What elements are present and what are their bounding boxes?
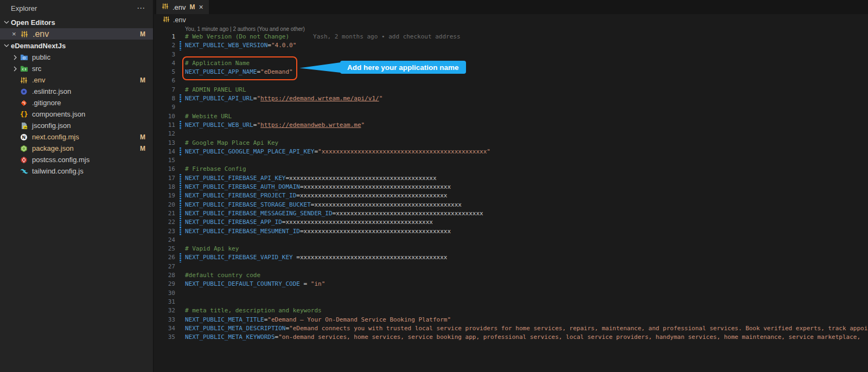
tree-item-eslintrc[interactable]: .eslintrc.json — [0, 86, 153, 97]
open-editors-section-header[interactable]: Open Editors — [0, 16, 153, 28]
views-more-actions-icon[interactable]: ⋯ — [137, 3, 145, 13]
tree-item-gitignore[interactable]: .gitignore — [0, 97, 153, 108]
code-line-1[interactable]: 1# Web Version (Do not Change)Yash, 2 mo… — [154, 33, 868, 41]
code-line-35[interactable]: 35NEXT_PUBLIC_META_KEYWORDS="on-demand s… — [154, 333, 868, 342]
gutter-modified-indicator — [180, 50, 181, 59]
gutter-modified-indicator — [180, 227, 181, 236]
tree-item-package-json[interactable]: package.json M — [0, 143, 153, 154]
code-line-20[interactable]: 20NEXT_PUBLIC_FIREBASE_STORAGE_BUCKET=xx… — [154, 201, 868, 209]
tab-close-icon[interactable]: × — [199, 3, 203, 11]
line-number: 9 — [154, 103, 175, 112]
braces-icon: {} — [20, 111, 29, 118]
svg-text:JS: JS — [24, 126, 27, 129]
code-line-17[interactable]: 17NEXT_PUBLIC_FIREBASE_API_KEY=xxxxxxxxx… — [154, 174, 868, 183]
line-number: 5 — [154, 68, 175, 76]
tree-item-components-json[interactable]: {} components.json — [0, 108, 153, 120]
code-line-2[interactable]: 2NEXT_PUBLIC_WEB_VERSION="4.0.0" — [154, 41, 868, 50]
code-line-34[interactable]: 34NEXT_PUBLIC_META_DESCRIPTION="eDemand … — [154, 324, 868, 333]
code-line-11[interactable]: 11NEXT_PUBLIC_WEB_URL="https://edemandwe… — [154, 121, 868, 130]
tree-item-jsconfig[interactable]: JS jsconfig.json — [0, 120, 153, 131]
line-number: 35 — [154, 333, 175, 342]
line-number: 22 — [154, 218, 175, 227]
gutter-modified-indicator — [180, 130, 181, 138]
gitlens-authors-codelens[interactable]: You, 1 minute ago | 2 authors (You and o… — [154, 26, 868, 33]
line-number: 10 — [154, 112, 175, 121]
line-number: 33 — [154, 316, 175, 324]
gutter-modified-indicator — [180, 41, 181, 50]
code-line-28[interactable]: 28#default country code — [154, 271, 868, 280]
tree-item-public[interactable]: public — [0, 52, 153, 63]
gutter-modified-indicator — [180, 218, 181, 227]
code-line-7[interactable]: 7# ADMIN PANEL URL — [154, 86, 868, 94]
git-icon — [20, 99, 29, 107]
project-folder-header[interactable]: eDemandNextJs — [0, 40, 153, 52]
code-line-13[interactable]: 13# Google Map Place Api Key — [154, 139, 868, 147]
breadcrumb-file[interactable]: .env — [173, 16, 186, 24]
tree-item-src[interactable]: src — [0, 63, 153, 74]
code-line-3[interactable]: 3 — [154, 50, 868, 59]
gutter-modified-indicator — [180, 280, 181, 288]
eslint-icon — [20, 88, 29, 95]
tree-item-next-config[interactable]: N next.config.mjs M — [0, 131, 153, 143]
svg-text:N: N — [22, 134, 25, 140]
close-icon[interactable]: × — [12, 30, 21, 38]
chevron-down-icon — [2, 18, 11, 27]
code-line-12[interactable]: 12 — [154, 130, 868, 138]
line-number: 3 — [154, 50, 175, 59]
code-editor[interactable]: You, 1 minute ago | 2 authors (You and o… — [154, 26, 868, 372]
gutter-modified-indicator — [180, 59, 181, 68]
tab-env[interactable]: .env M × — [156, 0, 209, 14]
code-line-15[interactable]: 15 — [154, 156, 868, 165]
modified-badge: M — [140, 133, 145, 141]
code-line-32[interactable]: 32# meta title, description and keywords — [154, 306, 868, 315]
line-number: 19 — [154, 191, 175, 200]
env-sliders-icon — [162, 3, 169, 11]
code-line-29[interactable]: 29NEXT_PUBLIC_DEFAULT_COUNTRY_CODE = "in… — [154, 280, 868, 288]
code-line-22[interactable]: 22NEXT_PUBLIC_FIREBASE_APP_ID=xxxxxxxxxx… — [154, 218, 868, 227]
code-line-8[interactable]: 8NEXT_PUBLIC_API_URL="https://edemand.wr… — [154, 94, 868, 103]
code-line-19[interactable]: 19NEXT_PUBLIC_FIREBASE_PROJECT_ID=xxxxxx… — [154, 191, 868, 200]
tree-item-tailwind-config[interactable]: tailwind.config.js — [0, 165, 153, 177]
line-number: 31 — [154, 298, 175, 306]
open-editor-item-env[interactable]: × .env M — [0, 28, 153, 40]
code-line-25[interactable]: 25# Vapid Api key — [154, 245, 868, 253]
line-number: 2 — [154, 41, 175, 50]
code-line-33[interactable]: 33NEXT_PUBLIC_META_TITLE="eDemand – Your… — [154, 316, 868, 324]
code-line-24[interactable]: 24 — [154, 236, 868, 245]
code-line-27[interactable]: 27 — [154, 262, 868, 271]
gutter-modified-indicator — [180, 245, 181, 253]
code-line-23[interactable]: 23NEXT_PUBLIC_FIREBASE_MESUMENT_ID=xxxxx… — [154, 227, 868, 236]
code-line-30[interactable]: 30 — [154, 289, 868, 298]
line-number: 25 — [154, 245, 175, 253]
code-lines: 1# Web Version (Do not Change)Yash, 2 mo… — [154, 33, 868, 342]
line-number: 6 — [154, 76, 175, 85]
callout-text: Add here your application name — [347, 63, 459, 72]
tab-label: .env — [173, 3, 186, 11]
code-line-9[interactable]: 9 — [154, 103, 868, 112]
line-number: 4 — [154, 59, 175, 68]
code-line-26[interactable]: 26NEXT_PUBLIC_FIREBASE_VAPID_KEY =xxxxxx… — [154, 253, 868, 262]
line-number: 30 — [154, 289, 175, 298]
gutter-modified-indicator — [180, 201, 181, 209]
code-line-10[interactable]: 10# Website URL — [154, 112, 868, 121]
line-number: 24 — [154, 236, 175, 245]
tailwind-icon — [20, 169, 29, 174]
line-number: 11 — [154, 121, 175, 130]
chevron-right-icon — [11, 65, 20, 73]
breadcrumb[interactable]: .env — [154, 14, 868, 26]
code-line-31[interactable]: 31 — [154, 298, 868, 306]
code-line-6[interactable]: 6 — [154, 76, 868, 85]
postcss-icon — [20, 156, 29, 164]
gutter-modified-indicator — [180, 112, 181, 121]
code-line-5[interactable]: 5NEXT_PUBLIC_APP_NAME="eDemand" — [154, 68, 868, 76]
gutter-modified-indicator — [180, 253, 181, 262]
line-number: 7 — [154, 86, 175, 94]
code-line-14[interactable]: 14NEXT_PUBLIC_GOOGLE_MAP_PLACE_API_KEY="… — [154, 147, 868, 156]
folder-src-icon — [20, 65, 29, 72]
tree-item-postcss-config[interactable]: postcss.config.mjs — [0, 154, 153, 165]
code-line-21[interactable]: 21NEXT_PUBLIC_FIREBASE_MESSAGEING_SENDER… — [154, 209, 868, 218]
code-line-16[interactable]: 16# Firebase Config — [154, 165, 868, 174]
code-line-4[interactable]: 4# Application Name — [154, 59, 868, 68]
code-line-18[interactable]: 18NEXT_PUBLIC_FIREBASE_AUTH_DOMAIN=xxxxx… — [154, 183, 868, 191]
tree-item-env[interactable]: .env M — [0, 74, 153, 86]
